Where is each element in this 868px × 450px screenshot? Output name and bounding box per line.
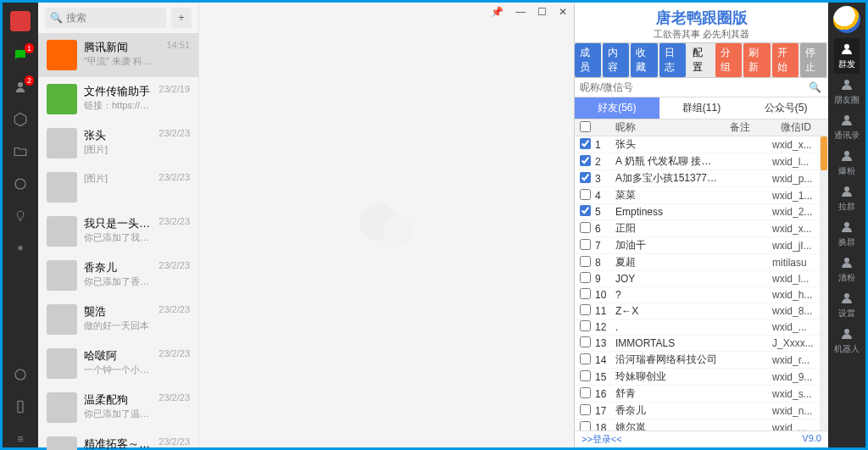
table-row[interactable]: 4 菜菜 wxid_1... — [575, 187, 820, 204]
row-checkbox[interactable] — [580, 320, 591, 331]
row-checkbox[interactable] — [580, 172, 591, 183]
conversation-item[interactable]: 腾讯新闻 "甲流" 来袭 科学预防... 14:51 — [38, 33, 198, 77]
row-checkbox[interactable] — [580, 288, 591, 299]
conversation-item[interactable]: 温柔配狗 你已添加了温柔配狗，现... 23/2/23 — [38, 386, 198, 430]
sidebar-item-爆粉[interactable]: 爆粉 — [834, 145, 860, 181]
nav-成员[interactable]: 成员 — [575, 43, 601, 77]
conv-name: 哈啵阿 — [84, 348, 152, 364]
conversation-item[interactable]: 哈啵阿 一个钟一个小时 这个是... 23/2/23 — [38, 342, 198, 386]
folder-icon[interactable] — [12, 143, 29, 160]
row-wxid: wxid_9... — [772, 371, 816, 383]
sidebar-item-拉群[interactable]: 拉群 — [834, 181, 860, 216]
row-nick: 菜菜 — [615, 188, 721, 203]
row-checkbox[interactable] — [580, 272, 591, 283]
miniprogram-icon[interactable] — [12, 366, 29, 383]
nav-日志[interactable]: 日志 — [659, 43, 686, 77]
row-checkbox[interactable] — [580, 336, 591, 347]
sidebar-item-换群[interactable]: 换群 — [834, 216, 860, 252]
plugin-search-input[interactable] — [575, 78, 802, 97]
conversation-item[interactable]: 文件传输助手 链接：https://pan.baid... 23/2/19 — [38, 77, 198, 121]
table-row[interactable]: 8 夏超 mitilasu — [575, 254, 820, 271]
nav-分组[interactable]: 分组 — [715, 43, 742, 77]
row-checkbox[interactable] — [580, 404, 591, 415]
cube-icon[interactable] — [12, 111, 29, 128]
table-row[interactable]: 6 正阳 wxid_x... — [575, 220, 820, 237]
minimize-button[interactable]: — — [515, 6, 526, 18]
sparkle-icon[interactable]: ✶ — [12, 240, 29, 257]
sidebar-item-机器人[interactable]: 机器人 — [834, 323, 860, 358]
conversation-item[interactable]: 香奈儿 你已添加了香奈儿，现在... 23/2/23 — [38, 253, 198, 297]
row-index: 3 — [593, 173, 615, 185]
scrollbar[interactable] — [820, 136, 828, 431]
maximize-button[interactable]: ☐ — [537, 6, 547, 18]
table-row[interactable]: 17 香奈儿 wxid_n... — [575, 403, 820, 419]
select-all-checkbox[interactable] — [580, 121, 591, 132]
row-checkbox[interactable] — [580, 421, 591, 431]
scrollbar-thumb[interactable] — [821, 136, 827, 170]
sidebar-item-朋友圈[interactable]: 朋友圈 — [834, 74, 860, 109]
login-link[interactable]: >>登录<< — [581, 433, 622, 446]
row-wxid: wxid_s... — [772, 388, 816, 400]
table-row[interactable]: 11 Z←X wxid_8... — [575, 303, 820, 319]
nav-开始[interactable]: 开始 — [772, 43, 798, 77]
table-row[interactable]: 2 A 奶瓶 代发私聊 接冠名 wxid_l... — [575, 153, 820, 170]
nav-收藏[interactable]: 收藏 — [631, 43, 657, 77]
menu-icon[interactable]: ≡ — [12, 431, 29, 447]
sidebar-item-清粉[interactable]: 清粉 — [834, 252, 860, 287]
nav-配置[interactable]: 配置 — [687, 43, 714, 77]
avatar — [47, 128, 77, 158]
nav-停止[interactable]: 停止 — [800, 43, 826, 77]
row-checkbox[interactable] — [580, 387, 591, 398]
table-row[interactable]: 3 A加多宝小孩15137729913 wxid_p... — [575, 170, 820, 187]
conversation-item[interactable]: 精准拓客～冰冰 [语音] 23/2/23 — [38, 430, 198, 450]
table-row[interactable]: 5 Emptiness wxid_2... — [575, 204, 820, 220]
sidebar-item-设置[interactable]: 设置 — [834, 287, 860, 323]
row-checkbox[interactable] — [580, 189, 591, 200]
row-checkbox[interactable] — [580, 304, 591, 315]
subtab[interactable]: 好友(56) — [575, 97, 659, 119]
table-row[interactable]: 13 IMMORTALS J_Xxxx... — [575, 336, 820, 352]
nav-内容[interactable]: 内容 — [603, 43, 629, 77]
row-checkbox[interactable] — [580, 239, 591, 250]
row-checkbox[interactable] — [580, 256, 591, 267]
conversation-item[interactable]: 张头 [图片] 23/2/23 — [38, 121, 198, 165]
chat-icon[interactable]: 1 — [12, 47, 29, 64]
svg-point-4 — [384, 215, 414, 245]
close-button[interactable]: ✕ — [559, 6, 567, 18]
table-row[interactable]: 18 姚尔岚 wxid_... — [575, 419, 820, 431]
conv-preview: 做的好一天回本 — [84, 319, 152, 332]
butterfly-icon[interactable] — [12, 208, 29, 225]
subtab[interactable]: 公众号(5) — [743, 97, 828, 119]
circle-icon[interactable] — [12, 175, 29, 192]
row-checkbox[interactable] — [580, 138, 591, 149]
sidebar-item-通讯录[interactable]: 通讯录 — [834, 109, 860, 145]
table-row[interactable]: 9 JOY wxid_l... — [575, 271, 820, 287]
row-checkbox[interactable] — [580, 205, 591, 216]
table-row[interactable]: 12 . wxid_... — [575, 319, 820, 336]
sidebar-item-群发[interactable]: 群发 — [834, 38, 860, 74]
table-row[interactable]: 10 ? wxid_h... — [575, 287, 820, 303]
contacts-icon[interactable]: 2 — [12, 79, 29, 96]
conv-preview: 你已添加了温柔配狗，现... — [84, 408, 152, 420]
table-row[interactable]: 15 玲妹聊创业 wxid_9... — [575, 369, 820, 386]
row-checkbox[interactable] — [580, 222, 591, 233]
subtab[interactable]: 群组(11) — [659, 97, 744, 119]
conversation-item[interactable]: [图片] 23/2/23 — [38, 165, 198, 209]
conversation-item[interactable]: 龑浩 做的好一天回本 23/2/23 — [38, 297, 198, 342]
search-icon[interactable]: 🔍 — [802, 81, 828, 93]
row-nick: 加油干 — [615, 238, 721, 253]
row-checkbox[interactable] — [580, 353, 591, 364]
row-checkbox[interactable] — [580, 370, 591, 381]
nav-刷新[interactable]: 刷新 — [743, 43, 770, 77]
row-checkbox[interactable] — [580, 155, 591, 166]
table-row[interactable]: 7 加油干 wxid_jI... — [575, 237, 820, 254]
table-row[interactable]: 16 舒青 wxid_s... — [575, 386, 820, 403]
phone-icon[interactable] — [12, 398, 29, 415]
search-input[interactable]: 🔍 搜索 — [45, 8, 166, 28]
row-index: 10 — [593, 289, 615, 301]
conversation-item[interactable]: 我只是一头牛 ᐕ(^o 你已添加了我只是一头牛... 23/2/23 — [38, 209, 198, 253]
pin-button[interactable]: 📌 — [491, 6, 504, 18]
table-row[interactable]: 1 张头 wxid_x... — [575, 136, 820, 153]
table-row[interactable]: 14 沿河瑞睿网络科技公司 wxid_r... — [575, 352, 820, 369]
new-chat-button[interactable]: + — [171, 8, 192, 28]
